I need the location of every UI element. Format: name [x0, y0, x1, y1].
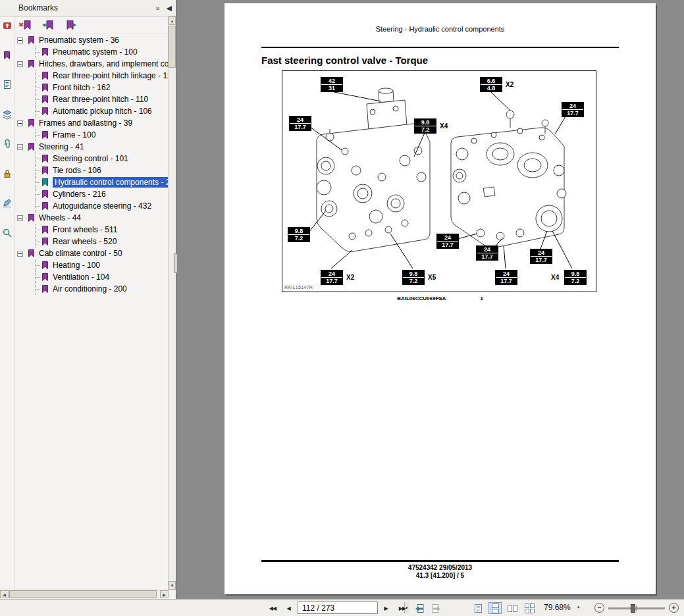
torque-value-nm: 9.8: [565, 270, 586, 277]
bookmark-label: Steering control - 101: [53, 154, 128, 163]
bookmark-icon: [27, 213, 36, 222]
bookmark-item[interactable]: Tie rods - 106: [14, 165, 169, 176]
torque-label: 2417.7: [476, 245, 498, 261]
bookmark-item[interactable]: Front wheels - 511: [14, 224, 169, 236]
panel-options-chevrons-icon[interactable]: »: [155, 4, 159, 13]
next-bookmark-icon[interactable]: [62, 18, 79, 32]
bookmark-item[interactable]: Cylinders - 216: [14, 188, 169, 200]
tree-connector: [30, 82, 41, 93]
previous-view-button[interactable]: [414, 602, 426, 614]
tree-connector: [30, 283, 41, 295]
torque-label: 2417.7: [436, 234, 459, 249]
bookmark-item[interactable]: Steering - 41: [14, 141, 169, 153]
last-page-button[interactable]: ▶▶: [395, 602, 409, 614]
pdf-viewer-window: Bookmarks » ◀ Pneumatic system - 36Pneum…: [0, 0, 684, 616]
collapse-expander-icon[interactable]: [17, 251, 23, 257]
bookmark-item[interactable]: Pneumatic system - 100: [14, 46, 169, 58]
bookmark-icon: [41, 154, 49, 163]
horizontal-scroll-thumb[interactable]: [9, 590, 157, 598]
torque-value-nm: 9.8: [403, 270, 424, 277]
torque-value-nm: 9.8: [415, 119, 436, 126]
collapse-expander-icon[interactable]: [17, 215, 23, 221]
bookmark-item[interactable]: Wheels - 44: [14, 212, 169, 224]
figure-canvas: RAIL15147R 42316.64.8X22417.72417.79.87.…: [282, 70, 596, 292]
bookmark-item[interactable]: Heating - 100: [14, 259, 169, 271]
torque-label: 2417.7: [562, 102, 584, 117]
view-single-page-button[interactable]: [471, 602, 485, 614]
scroll-right-button[interactable]: ▶: [160, 590, 169, 598]
torque-value-lbft: 7.2: [288, 235, 309, 242]
zoom-slider[interactable]: [608, 607, 665, 609]
view-continuous-facing-button[interactable]: [523, 602, 536, 614]
bookmark-item[interactable]: Frames and ballasting - 39: [14, 117, 169, 129]
pages-tab-icon[interactable]: [1, 80, 13, 90]
bookmark-item[interactable]: Cab climate control - 50: [14, 247, 169, 259]
scroll-up-button[interactable]: ▲: [169, 16, 176, 25]
zoom-slider-handle[interactable]: [631, 604, 635, 613]
next-page-button[interactable]: ▶: [381, 602, 390, 614]
footer-doc-number: 47524342 29/05/2013: [224, 564, 656, 571]
header-rule: [261, 47, 619, 48]
bookmarks-panel: Bookmarks » ◀ Pneumatic system - 36Pneum…: [0, 0, 176, 599]
attachments-tab-icon[interactable]: [1, 139, 13, 149]
scroll-down-button[interactable]: ▼: [169, 581, 176, 590]
bookmark-label: Front hitch - 162: [53, 83, 110, 92]
tree-connector: [30, 188, 41, 200]
zoom-level-dropdown[interactable]: 79.68% ▼: [544, 603, 581, 612]
bookmark-item[interactable]: Hitches, drawbars, and implement cou: [14, 58, 169, 70]
bookmark-item[interactable]: Front hitch - 162: [14, 82, 169, 93]
bookmark-item[interactable]: Hydraulic control components - 20: [14, 176, 169, 188]
previous-bookmark-icon[interactable]: [39, 18, 57, 32]
vertical-scroll-thumb[interactable]: [169, 26, 176, 68]
bookmarks-tab-icon[interactable]: [1, 50, 13, 61]
collapse-panel-icon[interactable]: ◀: [167, 4, 172, 13]
torque-value-nm: 42: [321, 78, 342, 84]
bookmark-icon: [41, 261, 49, 270]
collapse-expander-icon[interactable]: [17, 61, 23, 67]
bookmark-label: Frames and ballasting - 39: [39, 118, 132, 128]
page-number-box: ▼: [298, 602, 378, 614]
first-page-button[interactable]: ◀◀: [265, 602, 280, 614]
bookmark-item[interactable]: Autoguidance steering - 432: [14, 200, 169, 212]
bookmark-item[interactable]: Frame - 100: [14, 129, 169, 141]
torque-value-nm: 24: [290, 116, 311, 123]
export-icon[interactable]: [1, 20, 13, 31]
bookmark-item[interactable]: Automatic pickup hitch - 106: [14, 105, 169, 117]
bookmark-item[interactable]: Rear three-point hitch linkage - 12: [14, 70, 169, 82]
sidebar-horizontal-scrollbar[interactable]: ◀ ▶: [0, 590, 169, 599]
torque-value-nm: 6.6: [481, 78, 502, 84]
view-continuous-button[interactable]: [488, 602, 502, 614]
bookmark-item[interactable]: Pneumatic system - 36: [14, 34, 169, 46]
running-header: Steering - Hydraulic control components: [224, 25, 656, 33]
bookmark-icon: [41, 237, 49, 246]
next-view-button[interactable]: [430, 602, 442, 614]
tree-connector: [30, 236, 41, 247]
zoom-out-button[interactable]: −: [594, 603, 604, 613]
bookmark-icon: [27, 36, 36, 45]
view-facing-pages-button[interactable]: [506, 602, 519, 614]
signature-tab-icon[interactable]: [1, 198, 13, 209]
delete-bookmark-icon[interactable]: [17, 18, 34, 32]
collapse-expander-icon[interactable]: [17, 38, 23, 43]
search-tab-icon[interactable]: [1, 228, 13, 238]
collapse-expander-icon[interactable]: [17, 144, 23, 150]
collapse-expander-icon[interactable]: [17, 120, 23, 126]
torque-value-lbft: 17.7: [562, 110, 583, 116]
bookmark-item[interactable]: Ventilation - 104: [14, 271, 169, 283]
bookmark-item[interactable]: Rear three-point hitch - 110: [14, 93, 169, 105]
sidebar-vertical-scrollbar[interactable]: ▲ ▼: [168, 16, 176, 590]
bookmark-label: Pneumatic system - 100: [53, 47, 138, 57]
tree-connector: [30, 224, 41, 236]
bookmark-item[interactable]: Rear wheels - 520: [14, 236, 169, 247]
bookmark-label: Frame - 100: [53, 130, 95, 140]
previous-page-button[interactable]: ◀: [284, 602, 293, 614]
bookmark-item[interactable]: Steering control - 101: [14, 153, 169, 165]
tree-connector: [30, 176, 41, 188]
scroll-left-button[interactable]: ◀: [0, 590, 9, 598]
zoom-in-button[interactable]: +: [669, 603, 679, 613]
bookmark-item[interactable]: Air conditioning - 200: [14, 283, 169, 295]
lock-tab-icon[interactable]: [1, 168, 13, 179]
torque-value-nm: 24: [477, 246, 498, 253]
tree-connector: [30, 165, 41, 176]
layers-tab-icon[interactable]: [1, 109, 13, 120]
